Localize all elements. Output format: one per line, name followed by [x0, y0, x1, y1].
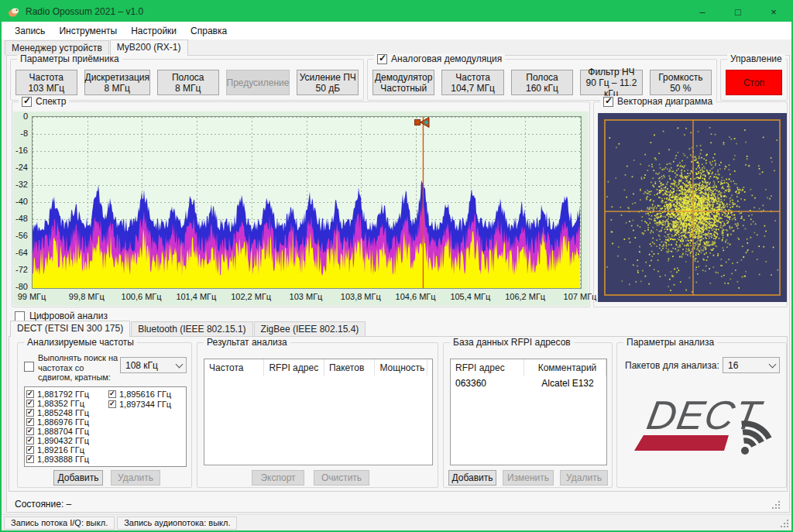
- shift-step-combo[interactable]: 108 кГц: [120, 357, 187, 373]
- menu-help[interactable]: Справка: [184, 23, 234, 39]
- frequency-checkbox[interactable]: [26, 418, 34, 426]
- device-tab-strip: Менеджер устройствMyB200 (RX-1): [5, 40, 791, 55]
- spectrum-panel: 0-8-16-24-32-40-48-56-64-72-80 99 МГц99,…: [13, 112, 589, 306]
- window-resize-grip[interactable]: [781, 520, 789, 528]
- frequency-checkbox-item[interactable]: 1,895616 ГГц: [108, 390, 184, 400]
- tab-dect[interactable]: DECT (ETSI EN 300 175): [10, 321, 130, 337]
- frequency-checkbox[interactable]: [108, 390, 116, 398]
- receiver-params-title: Параметры приёмника: [20, 53, 119, 65]
- param-button-фильтр нч[interactable]: Фильтр НЧ90 Гц – 11.2 кГц: [580, 70, 642, 95]
- control-group: Управление Стоп: [720, 59, 788, 101]
- result-column-header[interactable]: Мощность: [375, 359, 427, 376]
- shift-search-checkbox[interactable]: [24, 362, 34, 372]
- stop-button[interactable]: Стоп: [726, 70, 782, 95]
- menu-tools[interactable]: Инструменты: [52, 23, 124, 39]
- analog-demod-group: Аналоговая демодуляция ДемодуляторЧастот…: [367, 59, 717, 101]
- receiver-params-group: Параметры приёмника Частота103 МГцДискре…: [10, 59, 364, 101]
- rfpi-column-header[interactable]: Комментарий: [524, 359, 606, 376]
- tab-device-manager[interactable]: Менеджер устройств: [5, 40, 109, 55]
- param-button-предусиление: Предусиление: [226, 70, 290, 95]
- spectrum-checkbox[interactable]: [22, 97, 32, 107]
- chevron-down-icon: [172, 358, 186, 372]
- window-title: Radio Opossum 2021 – v1.0: [26, 6, 143, 17]
- frequency-listbox[interactable]: 1,881792 ГГц1,88352 ГГц1,885248 ГГц1,886…: [24, 386, 187, 467]
- packets-combo[interactable]: 16: [723, 357, 780, 373]
- vector-diagram-title: Векторная диаграмма: [617, 96, 712, 108]
- param-button-полоса[interactable]: Полоса8 МГц: [157, 70, 219, 95]
- spectrum-y-tick: -72: [13, 265, 28, 274]
- result-column-header[interactable]: Частота: [204, 359, 264, 376]
- param-button-частота[interactable]: Частота104,7 МГц: [441, 70, 503, 95]
- dect-tab-page: Анализируемые частоты Выполнять поиск на…: [9, 336, 788, 492]
- frequency-checkbox-item[interactable]: 1,897344 ГГц: [108, 400, 184, 410]
- digital-analysis-label: Цифровой анализ: [29, 311, 108, 321]
- rfpi-database-group: База данных RFPI адресов RFPI адресКомме…: [443, 342, 613, 488]
- maximize-button[interactable]: □: [720, 2, 756, 22]
- spectrum-x-tick: 103 МГц: [277, 292, 335, 301]
- add-frequency-button[interactable]: Добавить: [53, 470, 103, 486]
- result-column-header[interactable]: RFPI адрес: [264, 359, 324, 376]
- param-button-частота[interactable]: Частота103 МГц: [15, 70, 77, 95]
- export-button: Экспорт: [252, 470, 304, 486]
- frequency-checkbox[interactable]: [26, 390, 34, 398]
- result-table[interactable]: ЧастотаRFPI адресПакетовМощность: [204, 359, 433, 465]
- frequency-checkbox-item[interactable]: 1,890432 ГГц: [26, 436, 107, 445]
- spectrum-y-tick: 0: [13, 112, 28, 121]
- control-title: Управление: [730, 53, 782, 65]
- frequency-checkbox-item[interactable]: 1,885248 ГГц: [26, 408, 107, 417]
- spectrum-x-tick: 105,4 МГц: [441, 292, 499, 301]
- rfpi-database-title: База данных RFPI адресов: [453, 337, 571, 348]
- tab-bluetooth[interactable]: Bluetooth (IEEE 802.15.1): [131, 321, 252, 336]
- spectrum-y-tick: -56: [13, 231, 28, 240]
- vector-diagram-plot: [598, 113, 787, 302]
- analog-demod-title: Аналоговая демодуляция: [391, 53, 502, 65]
- spectrum-y-tick: -24: [13, 163, 28, 172]
- frequency-checkbox[interactable]: [26, 427, 34, 435]
- tab-myb200[interactable]: MyB200 (RX-1): [110, 39, 188, 56]
- rfpi-table-row[interactable]: 063360Alcatel E132: [451, 376, 606, 390]
- spectrum-y-tick: -40: [13, 197, 28, 206]
- spectrum-plot[interactable]: [32, 116, 582, 289]
- digital-analysis-checkbox[interactable]: [15, 311, 25, 321]
- frequency-checkbox-item[interactable]: 1,886976 ГГц: [26, 417, 107, 427]
- menu-settings[interactable]: Настройки: [124, 23, 184, 39]
- tab-zigbee[interactable]: ZigBee (IEEE 802.15.4): [254, 321, 366, 336]
- spectrum-x-tick: 101,4 МГц: [167, 292, 225, 301]
- frequency-checkbox[interactable]: [108, 400, 116, 408]
- frequency-checkbox[interactable]: [26, 409, 34, 417]
- param-button-демодулятор[interactable]: ДемодуляторЧастотный: [372, 70, 434, 95]
- menu-record[interactable]: Запись: [8, 23, 52, 39]
- frequency-checkbox-item[interactable]: 1,88352 ГГц: [26, 399, 107, 408]
- protocol-tab-strip: DECT (ETSI EN 300 175)Bluetooth (IEEE 80…: [10, 321, 366, 336]
- frequency-checkbox-item[interactable]: 1,893888 ГГц: [26, 455, 107, 464]
- param-button-полоса[interactable]: Полоса160 кГц: [511, 70, 573, 95]
- spectrum-x-tick: 102,2 МГц: [222, 292, 280, 301]
- rfpi-add-button[interactable]: Добавить: [448, 470, 496, 486]
- param-button-усиление пч[interactable]: Усиление ПЧ50 дБ: [297, 70, 359, 95]
- remove-frequency-button: Удалить: [111, 470, 160, 486]
- analog-demod-checkbox[interactable]: [377, 54, 387, 64]
- minimize-button[interactable]: –: [685, 2, 720, 22]
- result-column-header[interactable]: Пакетов: [324, 359, 376, 376]
- param-button-громкость[interactable]: Громкость50 %: [650, 70, 712, 95]
- panel-resize-grip[interactable]: [772, 501, 781, 510]
- spectrum-x-tick: 106,2 МГц: [496, 292, 554, 301]
- menu-bar: ЗаписьИнструментыНастройкиСправка: [2, 22, 791, 39]
- frequency-checkbox[interactable]: [26, 437, 34, 444]
- frequency-checkbox-item[interactable]: 1,888704 ГГц: [26, 427, 107, 436]
- audio-marker-icon[interactable]: [413, 115, 433, 130]
- frequency-checkbox[interactable]: [26, 400, 34, 407]
- close-button[interactable]: ×: [756, 2, 791, 22]
- frequency-checkbox[interactable]: [26, 446, 34, 454]
- frequency-checkbox-item[interactable]: 1,89216 ГГц: [26, 445, 107, 455]
- frequency-checkbox[interactable]: [26, 455, 34, 463]
- vector-diagram-checkbox[interactable]: [603, 97, 613, 107]
- frequency-checkbox-item[interactable]: 1,881792 ГГц: [26, 390, 107, 399]
- shift-search-label: Выполнять поиск на частотах со сдвигом, …: [38, 353, 118, 383]
- analysis-result-group: Результат анализа ЧастотаRFPI адресПакет…: [197, 342, 438, 488]
- rfpi-column-header[interactable]: RFPI адрес: [451, 359, 524, 376]
- rfpi-table[interactable]: RFPI адресКомментарий 063360Alcatel E132: [450, 359, 607, 465]
- spectrum-y-tick: -16: [13, 146, 28, 155]
- statusbar-panel: Запись аудиопотока: выкл.: [117, 517, 237, 530]
- param-button-дискретизация[interactable]: Дискретизация8 МГц: [84, 70, 150, 95]
